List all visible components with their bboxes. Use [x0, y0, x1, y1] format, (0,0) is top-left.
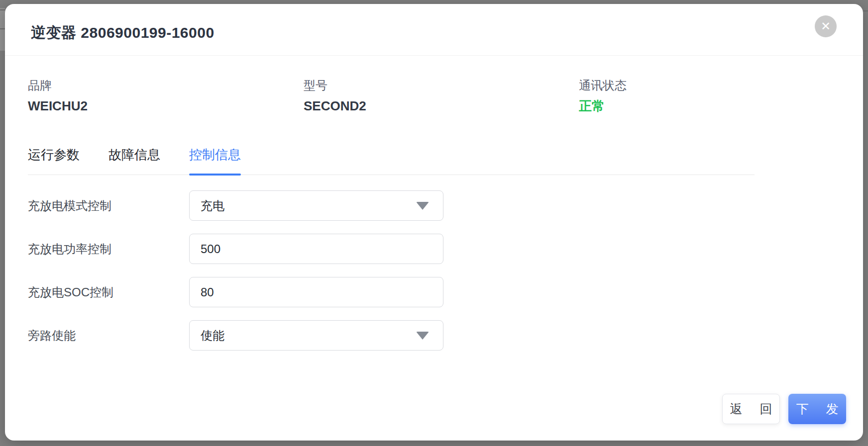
select-field[interactable]: 充电	[189, 190, 443, 221]
info-field-value: SECOND2	[304, 98, 579, 113]
form-row: 旁路使能 使能	[28, 320, 443, 351]
tab-label: 故障信息	[108, 147, 160, 162]
info-field-value: 正常	[579, 98, 834, 113]
device-info: 品牌 WEICHU2 型号 SECOND2 通讯状态 正常	[28, 79, 834, 113]
modal-footer: 返 回 下 发	[722, 394, 846, 424]
submit-button[interactable]: 下 发	[788, 394, 846, 424]
back-button[interactable]: 返 回	[722, 394, 780, 424]
backdrop-left-line	[0, 9, 5, 10]
modal-header: 逆变器 2806900199-16000 ✕	[5, 4, 863, 56]
form-row-label: 旁路使能	[28, 328, 189, 344]
tab-item[interactable]: 故障信息	[108, 147, 160, 175]
select-value: 使能	[201, 328, 224, 344]
info-field-label: 品牌	[28, 79, 304, 92]
caret-down-icon	[416, 332, 429, 340]
form-row-label: 充放电模式控制	[28, 198, 189, 214]
tab-label: 控制信息	[189, 147, 241, 162]
form-row: 充放电SOC控制 80	[28, 277, 443, 307]
modal-title: 逆变器 2806900199-16000	[31, 23, 215, 43]
info-field: 型号 SECOND2	[304, 79, 579, 113]
form-row-label: 充放电SOC控制	[28, 284, 189, 300]
info-field-value: WEICHU2	[28, 98, 304, 113]
control-form: 充放电模式控制 充电 充放电功率控制 500 充放电SOC控制 80	[28, 190, 443, 363]
tab-label: 运行参数	[28, 147, 80, 162]
form-row: 充放电模式控制 充电	[28, 190, 443, 221]
form-row: 充放电功率控制 500	[28, 234, 443, 264]
info-field: 品牌 WEICHU2	[28, 79, 304, 113]
form-row-label: 充放电功率控制	[28, 241, 189, 257]
select-field[interactable]: 使能	[189, 320, 443, 351]
backdrop-left-line	[0, 28, 5, 29]
submit-button-label: 下 发	[796, 401, 846, 417]
tab-item[interactable]: 运行参数	[28, 147, 80, 175]
info-field: 通讯状态 正常	[579, 79, 834, 113]
text-input[interactable]	[189, 234, 443, 264]
inverter-detail-modal: 逆变器 2806900199-16000 ✕ 品牌 WEICHU2 型号 SEC…	[5, 4, 863, 441]
backdrop-right-line	[863, 10, 868, 11]
info-field-label: 通讯状态	[579, 79, 834, 92]
close-icon: ✕	[821, 19, 831, 33]
backdrop-left-strip	[0, 8, 5, 51]
close-button[interactable]: ✕	[815, 15, 837, 37]
tab-bar: 运行参数 故障信息 控制信息	[28, 147, 755, 175]
text-input[interactable]	[189, 277, 443, 307]
tab-item[interactable]: 控制信息	[189, 147, 241, 175]
select-value: 充电	[201, 198, 224, 214]
back-button-label: 返 回	[730, 401, 779, 417]
info-field-label: 型号	[304, 79, 579, 92]
caret-down-icon	[416, 202, 429, 210]
